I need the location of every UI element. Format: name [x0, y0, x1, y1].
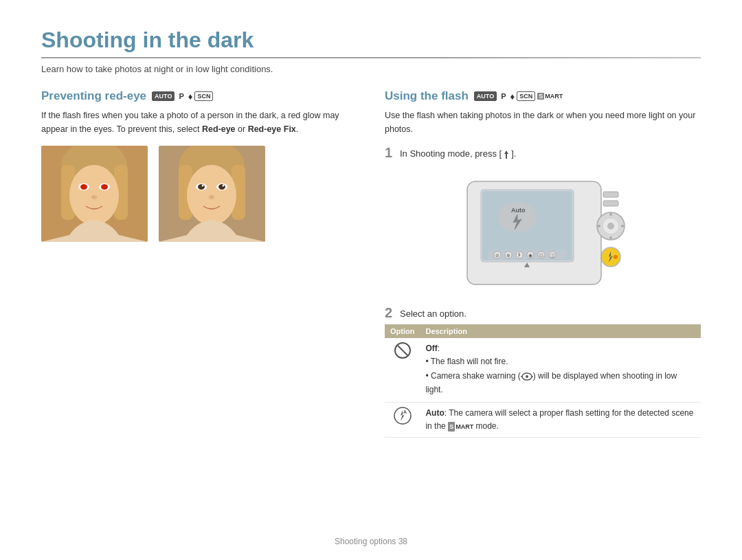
photo-red-eye-fix: [159, 146, 265, 242]
off-bullets: The flash will not fire. Camera shake wa…: [425, 355, 695, 396]
svg-text:⊕: ⊕: [506, 253, 510, 258]
step-2-num: 2: [385, 306, 396, 320]
page-footer: Shooting options 38: [0, 537, 742, 546]
svg-text:A: A: [403, 410, 407, 414]
off-bullet-2: Camera shake warning () will be displaye…: [425, 370, 695, 396]
right-mode-badges: AUTO P ♦ SCN SMART: [474, 91, 563, 102]
svg-point-50: [609, 236, 612, 239]
step-1-text: In Shooting mode, press [].: [400, 146, 516, 161]
badge-p: P: [177, 91, 186, 101]
camera-diagram: Auto ⊘ ⊕ ◉ ⊡ ◫: [385, 168, 701, 295]
svg-marker-22: [504, 150, 508, 159]
svg-point-51: [598, 225, 600, 227]
badge-scn: SCN: [194, 91, 213, 101]
right-section-heading: Using the flash AUTO P ♦ SCN SMART: [385, 89, 701, 103]
svg-point-8: [101, 184, 108, 190]
table-header-row: Option Description: [385, 324, 701, 338]
smart-mode-badge: SMART: [448, 422, 473, 432]
off-bullet-1: The flash will not fire.: [425, 355, 695, 368]
preventing-red-eye-title: Preventing red-eye: [41, 89, 146, 103]
badge-auto: AUTO: [152, 91, 175, 101]
col-description: Description: [420, 324, 701, 338]
option-off-icon-cell: [385, 338, 420, 402]
svg-line-56: [398, 346, 407, 355]
right-badge-scn: SCN: [517, 91, 535, 101]
footer-text: Shooting options 38: [335, 537, 407, 546]
col-option: Option: [385, 324, 420, 338]
title-divider: [41, 57, 701, 58]
right-column: Using the flash AUTO P ♦ SCN SMART Use t…: [385, 89, 701, 438]
left-section-heading: Preventing red-eye AUTO P ♦ SCN: [41, 89, 357, 103]
svg-point-48: [609, 213, 612, 216]
svg-rect-43: [603, 192, 618, 197]
svg-rect-44: [603, 201, 618, 206]
two-column-layout: Preventing red-eye AUTO P ♦ SCN If the f…: [41, 89, 701, 438]
svg-text:◫: ◫: [550, 253, 555, 258]
svg-text:Auto: Auto: [511, 207, 526, 214]
left-column: Preventing red-eye AUTO P ♦ SCN If the f…: [41, 89, 357, 438]
svg-text:⊡: ⊡: [539, 253, 543, 258]
option-off-row: Off: The flash will not fire. Camera sha…: [385, 338, 701, 402]
svg-point-9: [91, 195, 97, 199]
right-badge-auto: AUTO: [474, 91, 497, 101]
step-2-text: Select an option.: [400, 306, 466, 321]
option-auto-row: A Auto: The camera will select a proper …: [385, 402, 701, 437]
option-auto-desc: Auto: The camera will select a proper fl…: [420, 402, 701, 437]
left-mode-badges: AUTO P ♦ SCN: [152, 91, 213, 102]
photo-red-eye: [41, 146, 148, 242]
svg-point-6: [80, 184, 87, 190]
page-container: Shooting in the dark Learn how to take p…: [0, 0, 742, 560]
right-badge-smart: SMART: [537, 93, 563, 100]
option-off-desc: Off: The flash will not fire. Camera sha…: [420, 338, 701, 402]
option-auto-icon-cell: A: [385, 402, 420, 437]
photos-row: [41, 146, 357, 242]
svg-point-60: [526, 375, 528, 378]
svg-point-16: [198, 184, 205, 190]
step-1-num: 1: [385, 146, 396, 159]
options-table: Option Description Off: The flash will n…: [385, 324, 701, 438]
svg-point-18: [218, 184, 225, 190]
flash-off-icon: [394, 342, 411, 359]
step-1-row: 1 In Shooting mode, press [].: [385, 146, 701, 161]
svg-point-47: [607, 223, 614, 229]
page-title: Shooting in the dark: [41, 27, 701, 53]
page-subtitle: Learn how to take photos at night or in …: [41, 64, 701, 74]
svg-point-19: [202, 185, 204, 187]
step-2-row: 2 Select an option.: [385, 306, 701, 321]
badge-walk: ♦: [188, 91, 193, 102]
svg-point-54: [614, 255, 618, 259]
svg-point-21: [209, 195, 214, 199]
right-badge-p: P: [499, 91, 508, 101]
flash-auto-icon: A: [394, 407, 412, 425]
right-badge-walk: ♦: [510, 91, 515, 102]
svg-text:⊘: ⊘: [495, 253, 499, 258]
svg-point-20: [223, 185, 225, 187]
svg-text:◉: ◉: [528, 253, 532, 258]
svg-point-49: [621, 225, 624, 227]
right-intro-text: Use the flash when taking photos in the …: [385, 109, 701, 136]
left-section-text: If the flash fires when you take a photo…: [41, 109, 357, 136]
using-the-flash-title: Using the flash: [385, 89, 469, 103]
